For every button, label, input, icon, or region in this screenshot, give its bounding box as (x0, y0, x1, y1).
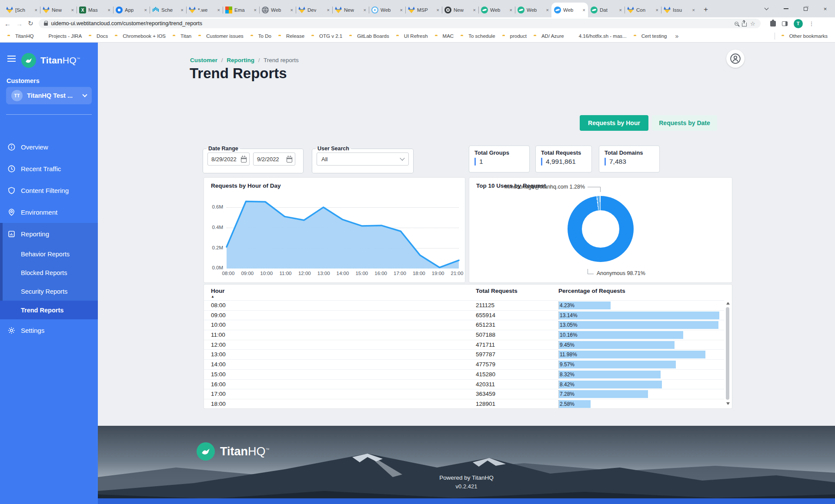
new-tab-button[interactable]: + (700, 4, 711, 15)
tab-close-icon[interactable]: × (510, 7, 512, 13)
forward-button[interactable]: → (16, 20, 23, 27)
browser-tab[interactable]: Issu × (661, 3, 698, 17)
tab-close-icon[interactable]: × (327, 7, 330, 13)
tab-close-icon[interactable]: × (254, 7, 257, 13)
browser-tab[interactable]: New × (40, 3, 77, 17)
breadcrumb-reporting[interactable]: Reporting (227, 57, 254, 63)
browser-menu-icon[interactable]: ⋮ (809, 20, 815, 27)
bookmark-item[interactable]: 4.16/hotfix.sh - mas... (568, 31, 630, 41)
tab-close-icon[interactable]: × (656, 7, 658, 13)
user-search-select[interactable]: All (317, 153, 409, 166)
profile-avatar[interactable]: T (794, 19, 803, 28)
other-bookmarks[interactable]: Other bookmarks (778, 31, 831, 41)
sidebar-nav-item[interactable]: Content Filtering (0, 179, 98, 201)
table-scrollbar[interactable] (725, 302, 730, 405)
sidebar-nav-item[interactable]: Environment (0, 201, 98, 223)
bookmark-item[interactable]: Titan (170, 31, 194, 41)
tab-close-icon[interactable]: × (71, 7, 74, 13)
column-percentage[interactable]: Percentage of Requests (558, 288, 625, 294)
scroll-down-icon[interactable] (726, 402, 730, 405)
calendar-icon[interactable] (287, 157, 292, 162)
sidebar-item-settings[interactable]: Settings (0, 319, 98, 341)
bookmark-item[interactable]: To Do (247, 31, 274, 41)
sidebar-item-reporting[interactable]: Reporting (3, 223, 98, 245)
bookmark-item[interactable]: AD/ Azure (531, 31, 567, 41)
breadcrumb-customer[interactable]: Customer (190, 57, 217, 63)
lock-icon[interactable] (44, 23, 48, 26)
browser-tab[interactable]: Con × (625, 3, 661, 17)
tab-close-icon[interactable]: × (364, 7, 366, 13)
browser-tab[interactable]: Web × (259, 3, 296, 17)
bookmark-item[interactable]: Projects - JIRA (37, 31, 85, 41)
sidebar-subitem[interactable]: Blocked Reports (3, 263, 98, 282)
browser-tab[interactable]: [Sch × (3, 3, 40, 17)
bookmark-item[interactable]: product (499, 31, 530, 41)
browser-tab[interactable]: MSP × (405, 3, 442, 17)
browser-tab[interactable]: Web × (515, 3, 551, 17)
tab-close-icon[interactable]: × (546, 7, 549, 13)
address-bar[interactable]: uidemo-ui.webtitancloud.com/customer/rep… (39, 19, 761, 28)
hamburger-menu-icon[interactable] (7, 56, 16, 62)
requests-by-date-button[interactable]: Requests by Date (652, 115, 717, 131)
share-icon[interactable] (742, 23, 747, 27)
browser-tab[interactable]: Mas × (77, 3, 113, 17)
scroll-up-icon[interactable] (726, 302, 730, 305)
tab-close-icon[interactable]: × (181, 7, 184, 13)
close-window-button[interactable]: × (815, 0, 835, 17)
bookmark-item[interactable]: Docs (86, 31, 111, 41)
tab-close-icon[interactable]: × (35, 7, 37, 13)
bookmark-item[interactable]: UI Refresh (393, 31, 431, 41)
extensions-icon[interactable] (770, 21, 776, 27)
bookmark-item[interactable]: GitLab Boards (346, 31, 392, 41)
column-hour[interactable]: Hour▲ (211, 288, 225, 298)
browser-tab[interactable]: New × (442, 3, 478, 17)
tab-close-icon[interactable]: × (473, 7, 476, 13)
browser-tab[interactable]: Web × (551, 3, 588, 17)
minimize-button[interactable] (776, 0, 796, 17)
tab-search-chevron-icon[interactable] (757, 0, 776, 17)
scrollbar-thumb[interactable] (726, 307, 729, 400)
browser-tab[interactable]: Web × (478, 3, 515, 17)
tab-close-icon[interactable]: × (217, 7, 220, 13)
sidebar-subitem[interactable]: Trend Reports (0, 301, 98, 319)
bookmark-item[interactable]: To schedule (458, 31, 498, 41)
bookmark-item[interactable]: Chromebook + IOS (112, 31, 169, 41)
account-button[interactable] (726, 50, 745, 68)
browser-tab[interactable]: Sche × (150, 3, 186, 17)
restore-button[interactable] (796, 0, 815, 17)
calendar-icon[interactable] (241, 157, 247, 162)
bookmark-star-icon[interactable]: ☆ (750, 20, 755, 27)
bookmark-item[interactable]: Release (275, 31, 307, 41)
tab-close-icon[interactable]: × (619, 7, 622, 13)
tab-close-icon[interactable]: × (144, 7, 147, 13)
browser-tab[interactable]: *.we × (186, 3, 223, 17)
browser-tab[interactable]: Ema × (223, 3, 259, 17)
bookmark-item[interactable]: Cert testing (631, 31, 670, 41)
back-button[interactable]: ← (4, 20, 11, 27)
date-from-input[interactable]: 8/29/2022 (207, 153, 250, 166)
donut-ring[interactable] (568, 196, 634, 262)
tab-close-icon[interactable]: × (291, 7, 293, 13)
tab-close-icon[interactable]: × (437, 7, 439, 13)
tab-close-icon[interactable]: × (108, 7, 110, 13)
browser-tab[interactable]: Web × (369, 3, 405, 17)
column-total-requests[interactable]: Total Requests (476, 288, 518, 294)
browser-tab[interactable]: New × (332, 3, 369, 17)
bookmark-item[interactable]: TitanHQ (4, 31, 37, 41)
browser-tab[interactable]: Dev × (296, 3, 332, 17)
zoom-level-icon[interactable] (735, 22, 738, 26)
bookmarks-overflow-chevron[interactable]: » (672, 33, 681, 40)
sidebar-subitem[interactable]: Security Reports (3, 282, 98, 301)
bookmark-item[interactable]: OTG v 2.1 (308, 31, 345, 41)
tab-close-icon[interactable]: × (692, 7, 695, 13)
bookmark-item[interactable]: MAC (432, 31, 457, 41)
sidebar-nav-item[interactable]: Recent Traffic (0, 158, 98, 179)
reload-button[interactable]: ↻ (28, 20, 33, 27)
customer-selector[interactable]: TT TitanHQ Test ... (6, 87, 92, 104)
sidebar-nav-item[interactable]: Overview (0, 136, 98, 158)
tab-close-icon[interactable]: × (583, 7, 585, 13)
browser-tab[interactable]: App × (113, 3, 150, 17)
sidebar-subitem[interactable]: Behavior Reports (3, 245, 98, 263)
browser-tab[interactable]: Dat × (588, 3, 625, 17)
bookmark-item[interactable]: Customer issues (195, 31, 247, 41)
